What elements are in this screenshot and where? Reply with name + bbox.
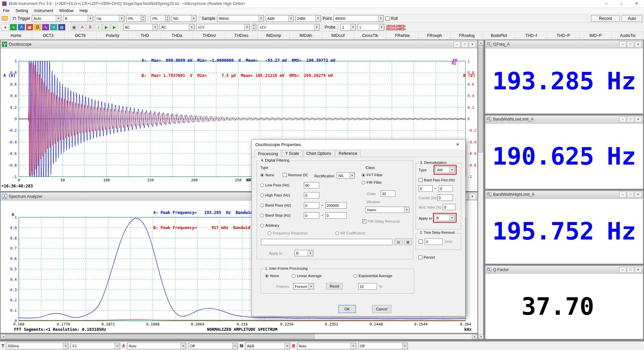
high-pass-input[interactable] [304,192,319,199]
persist-checkbox[interactable]: Persist [418,255,435,259]
meter-titlebar[interactable]: Q Factor [485,266,643,274]
meter-titlebar[interactable]: BandWidthHighLimit_A [485,191,643,199]
coupling-a-select[interactable]: AC [123,24,158,31]
step-icon[interactable]: ▶ [111,24,118,31]
printer-icon[interactable]: ▣ [70,24,78,31]
panel-tab[interactable]: FRswlog [451,32,483,39]
dialog-close-icon[interactable] [450,140,465,149]
low-pass-input[interactable] [304,182,319,188]
calibration-icon[interactable]: B [87,24,94,31]
arbitrary-file-input[interactable] [261,239,392,245]
menu-item[interactable]: File [0,7,12,14]
probe-b-select[interactable]: 1 [358,24,384,31]
menu-item[interactable]: Help [76,7,91,14]
sampling-rate-select[interactable]: 96kHz [217,15,264,22]
spin-up-icon[interactable] [165,15,170,18]
oscilloscope-titlebar[interactable]: Oscilloscope [1,40,477,48]
dialog-tab[interactable]: Reference [335,150,361,157]
ddp-viewer-icon[interactable]: ▤ [58,24,65,31]
speaker-icon[interactable]: ♪ [95,24,102,31]
browse-file-icon[interactable]: ▤ [394,238,402,245]
trigger-edge-select[interactable]: Up [95,15,124,22]
maximize-icon[interactable] [627,41,634,47]
frames-select[interactable]: Forever [293,283,314,290]
open-file-icon[interactable] [2,16,8,20]
panel-tab[interactable]: FRswph [419,32,451,39]
spin-up-icon[interactable] [141,15,145,18]
coupling-b-select[interactable]: AC [160,24,195,31]
minimize-icon[interactable] [619,267,626,273]
panel-tab[interactable]: Home [0,32,32,39]
menu-item[interactable]: Instrument [31,7,56,14]
minimize-icon[interactable] [599,0,614,7]
dialog-tab[interactable]: Processing [255,150,281,157]
arbitrary-radio[interactable]: Arbitrary [260,223,279,227]
maximize-icon[interactable] [627,116,634,122]
panel-tab[interactable]: IMD~P [580,32,612,39]
scroll-up-icon[interactable] [478,40,484,45]
font-scale-icon[interactable]: A [78,24,86,31]
spin-down-icon[interactable] [141,18,145,21]
close-icon[interactable] [635,267,642,273]
x-multiplier-select[interactable]: X1 [70,343,120,349]
coefficients-table-icon[interactable]: ▦ [404,238,412,245]
channel-b-range-select[interactable]: Auto [297,343,356,349]
rectification-select[interactable]: NIL [337,172,355,179]
band-pass-radio[interactable]: Band Pass (Hz) [260,203,291,207]
record-length-select[interactable]: 48000 [333,15,384,22]
spectrum-analyzer-icon[interactable]: Λ [18,24,25,31]
demod-band-from-input[interactable] [419,185,433,192]
panel-tab[interactable]: IMDccif [322,32,354,39]
spin-up-icon[interactable] [252,24,256,27]
minimize-icon[interactable] [453,41,461,47]
fir-filter-radio[interactable]: FIR Filter [362,180,382,184]
sweep-time-select[interactable]: 500ms [6,343,68,349]
panel-tab[interactable]: AudioTst [612,32,644,39]
record-button[interactable]: Record [591,15,620,22]
menu-item[interactable]: Window [56,7,76,14]
demod-type-select[interactable]: AM [435,167,455,173]
filter-none-radio[interactable]: None [260,173,274,177]
maximize-icon[interactable] [461,41,468,47]
order-input[interactable] [381,190,395,197]
spin-down-icon[interactable] [252,27,256,30]
band-stop-to-input[interactable] [325,212,347,219]
panel-tab[interactable]: FRwhite [386,32,419,39]
panel-tab[interactable]: OCT3 [32,32,64,39]
channel-a-range-select[interactable]: Auto [127,343,186,349]
minimize-icon[interactable] [619,191,626,198]
data-logger-icon[interactable]: ≡ [50,24,57,31]
measure-mode-select[interactable]: A&B [245,343,290,349]
panel-tab[interactable]: THD~P [547,32,580,39]
menu-item[interactable]: Setting [12,7,31,14]
minimize-icon[interactable] [619,41,626,47]
exponential-percent-input[interactable] [358,283,377,290]
band-pass-first-checkbox[interactable]: Band Pass First (Hz) [419,178,455,182]
panel-tab[interactable]: Polarity [97,32,129,39]
meter-titlebar[interactable]: f1Freq_A [485,40,643,48]
horizontal-scrollbar[interactable] [0,334,478,339]
time-delay-input[interactable] [425,238,443,245]
trigger-mode-select[interactable]: Auto [32,15,61,22]
channel-a-filter-select[interactable]: Off [188,343,238,349]
spin-down-icon[interactable] [165,18,170,21]
cancel-button[interactable]: Cancel [372,305,391,313]
band-stop-radio[interactable]: Band Stop (Hz) [260,213,290,217]
scrollbar-thumb[interactable] [478,45,483,152]
range-a-spinner[interactable] [252,24,256,31]
roll-checkbox[interactable]: Roll [385,16,398,21]
iir-coefficients-radio[interactable]: IIR Coefficients [335,231,365,235]
multimeter-icon[interactable]: Ω [34,24,41,31]
high-pass-radio[interactable]: High Pass (Hz) [260,193,290,197]
trigger-level-field[interactable]: 0% [126,15,146,22]
minimize-icon[interactable] [619,116,626,122]
band-stop-from-input[interactable] [304,212,319,219]
panel-tab[interactable]: OCT6 [64,32,97,39]
meter-titlebar[interactable]: BandWidthLowLimit_A [485,116,643,124]
panel-tab[interactable]: THDnsl [193,32,225,39]
channel-b-filter-select[interactable]: Off [358,343,408,349]
frequency-response-radio[interactable]: Frequency Response [268,231,308,235]
record-icon[interactable]: ● [2,24,9,31]
panel-tab[interactable]: IMDdin [290,32,322,39]
band-pass-to-input[interactable] [325,202,347,209]
